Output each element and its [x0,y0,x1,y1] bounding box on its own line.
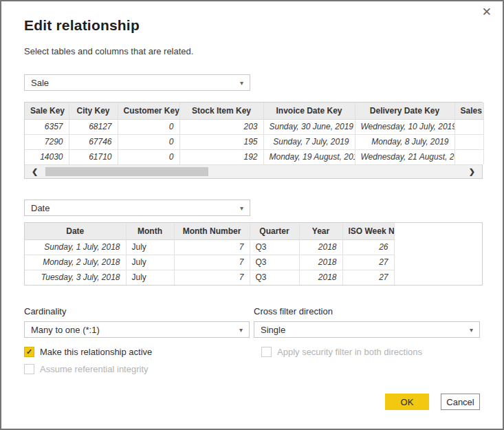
table-cell[interactable]: 26 [342,239,394,255]
table-cell[interactable]: 7290 [25,134,69,149]
table-cell[interactable]: 195 [179,134,263,149]
table-cell[interactable]: July [126,239,174,255]
table-cell[interactable]: Q3 [250,239,299,255]
column-header[interactable]: Invoice Date Key [263,103,355,119]
column-header[interactable]: Sales [454,103,483,119]
table-cell[interactable] [454,119,483,134]
table-cell[interactable] [454,149,483,164]
scroll-left-icon[interactable]: ❮ [32,165,38,178]
dialog-title: Edit relationship [24,17,480,34]
edit-relationship-dialog: ✕ Edit relationship Select tables and co… [0,0,504,430]
horizontal-scrollbar: ❮ ❯ [25,164,482,178]
apply-security-filter-label: Apply security filter in both directions [277,347,422,357]
table-cell[interactable]: 27 [342,255,394,270]
to-table-selector-value: Date [31,203,50,213]
column-header[interactable]: Delivery Date Key [355,103,454,119]
chevron-down-icon: ▾ [240,204,243,212]
from-table-selector[interactable]: Sale ▾ [24,74,250,91]
cross-filter-label: Cross filter direction [254,306,480,316]
table-row: 6357681270203Sunday, 30 June, 2019Wednes… [25,119,483,134]
table-cell[interactable]: 0 [118,134,179,149]
table-cell[interactable]: Monday, 2 July, 2018 [25,255,126,270]
table-row: 14030617100192Monday, 19 August, 2019Wed… [25,149,483,164]
table-cell[interactable]: 2018 [299,239,342,255]
table-row: Tuesday, 3 July, 2018July7Q3201827 [25,270,394,285]
cardinality-select[interactable]: Many to one (*:1) ▾ [24,321,250,338]
sale-table: Sale KeyCity KeyCustomer KeyStock Item K… [25,103,484,164]
table-cell[interactable]: Monday, 19 August, 2019 [263,149,355,164]
header-row: DateMonthMonth NumberQuarterYearISO Week… [25,223,394,239]
from-table-selector-value: Sale [31,78,49,88]
table-cell[interactable]: Sunday, 1 July, 2018 [25,239,126,255]
column-header[interactable]: ISO Week Number [342,223,394,239]
date-table: DateMonthMonth NumberQuarterYearISO Week… [25,223,395,285]
column-header[interactable]: Month [126,223,174,239]
table-cell[interactable]: Q3 [250,255,299,270]
table-cell[interactable]: 68127 [69,119,118,134]
table-cell[interactable]: 6357 [25,119,69,134]
table-cell[interactable]: 0 [118,119,179,134]
cancel-button[interactable]: Cancel [441,394,480,410]
scroll-right-icon[interactable]: ❯ [469,165,475,178]
table-cell[interactable]: Q3 [250,270,299,285]
table-cell[interactable]: July [126,255,174,270]
table-cell[interactable]: 67746 [69,134,118,149]
checkbox-checked-icon: ✓ [24,347,34,357]
table-cell[interactable]: 7 [174,270,250,285]
table-cell[interactable]: 27 [342,270,394,285]
checkbox-unchecked-icon [261,347,272,357]
chevron-down-icon: ▾ [470,326,473,334]
table-cell[interactable]: 0 [118,149,179,164]
table-cell[interactable]: Sunday, 7 July, 2019 [263,134,355,149]
make-relationship-active-checkbox[interactable]: ✓ Make this relationship active [24,347,254,357]
date-table-container: DateMonthMonth NumberQuarterYearISO Week… [24,222,483,286]
apply-security-filter-checkbox[interactable]: Apply security filter in both directions [261,347,422,357]
column-header[interactable]: Year [299,223,342,239]
table-row: Sunday, 1 July, 2018July7Q3201826 [25,239,394,255]
dialog-subtitle: Select tables and columns that are relat… [24,46,480,56]
column-header[interactable]: Month Number [174,223,250,239]
chevron-down-icon: ▾ [239,326,243,334]
cross-filter-select[interactable]: Single ▾ [254,321,480,338]
assume-referential-integrity-checkbox[interactable]: Assume referential integrity [24,364,254,374]
table-cell[interactable]: Monday, 8 July, 2019 [355,134,454,149]
table-cell[interactable]: 192 [179,149,263,164]
column-header[interactable]: City Key [69,103,118,119]
column-header[interactable]: Quarter [250,223,299,239]
table-cell[interactable] [454,134,483,149]
table-cell[interactable]: 7 [174,255,250,270]
checkbox-unchecked-icon [24,364,34,374]
cardinality-label: Cardinality [24,306,250,316]
ok-button[interactable]: OK [385,394,429,410]
make-relationship-active-label: Make this relationship active [40,347,152,357]
column-header[interactable]: Customer Key [118,103,179,119]
cross-filter-value: Single [261,325,285,335]
table-cell[interactable]: 2018 [299,255,342,270]
to-table-selector[interactable]: Date ▾ [24,200,250,216]
column-header[interactable]: Stock Item Key [179,103,263,119]
table-cell[interactable]: Wednesday, 10 July, 2019 [355,119,454,134]
table-cell[interactable]: 203 [179,119,263,134]
column-header[interactable]: Date [25,223,126,239]
header-row: Sale KeyCity KeyCustomer KeyStock Item K… [25,103,483,119]
table-cell[interactable]: July [126,270,174,285]
cardinality-value: Many to one (*:1) [31,325,100,335]
table-cell[interactable]: Wednesday, 21 August, 2019 [355,149,454,164]
column-header[interactable]: Sale Key [25,103,69,119]
table-cell[interactable]: 14030 [25,149,69,164]
chevron-down-icon: ▾ [240,79,243,87]
sale-table-container: Sale KeyCity KeyCustomer KeyStock Item K… [24,102,483,179]
table-cell[interactable]: Tuesday, 3 July, 2018 [25,270,126,285]
table-cell[interactable]: 2018 [299,270,342,285]
scrollbar-thumb[interactable] [45,167,208,176]
table-cell[interactable]: 61710 [69,149,118,164]
table-cell[interactable]: 7 [174,239,250,255]
close-icon[interactable]: ✕ [479,6,494,19]
table-cell[interactable]: Sunday, 30 June, 2019 [263,119,355,134]
table-row: 7290677460195Sunday, 7 July, 2019Monday,… [25,134,483,149]
assume-referential-integrity-label: Assume referential integrity [40,364,149,374]
table-row: Monday, 2 July, 2018July7Q3201827 [25,255,394,270]
